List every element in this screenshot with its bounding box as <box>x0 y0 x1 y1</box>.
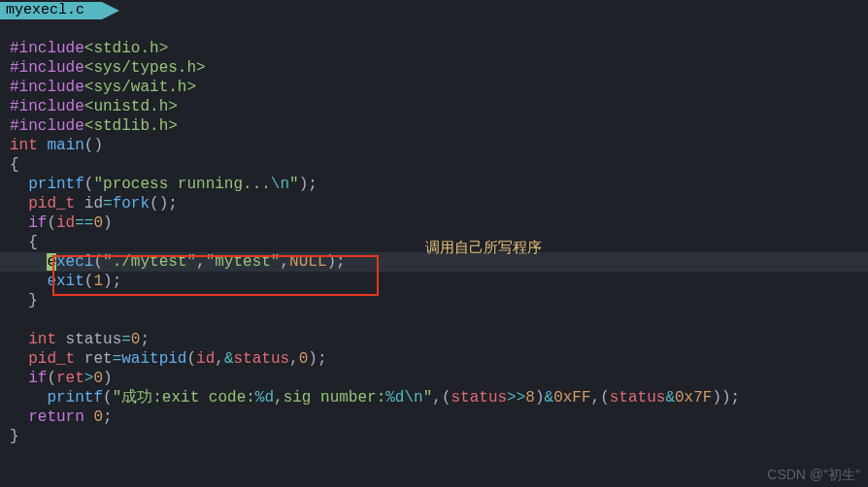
semicolon: ; <box>168 195 178 212</box>
num-zero: 0 <box>299 350 309 368</box>
var-id: id <box>75 195 103 212</box>
num-hexff: 0xFF <box>553 389 590 406</box>
kw-include: #include <box>10 59 84 77</box>
brace: } <box>10 428 19 445</box>
fmt: %d <box>255 389 274 406</box>
fn-fork: fork <box>113 195 150 212</box>
paren: ( <box>600 389 610 406</box>
op-gt: > <box>84 370 94 387</box>
comma: , <box>215 350 224 368</box>
kw-pidt: pid_t <box>28 350 75 368</box>
kw-null: NULL <box>289 253 326 271</box>
file-tab[interactable]: myexecl.c <box>0 2 102 19</box>
fn-execl: xecl <box>56 253 93 271</box>
str: " <box>289 176 299 193</box>
comma: , <box>591 389 601 406</box>
kw-pidt: pid_t <box>28 195 75 212</box>
var-id: id <box>196 350 215 368</box>
file-tab-label: myexecl.c <box>6 2 84 18</box>
paren: ( <box>442 389 451 406</box>
header-systypes: <sys/types.h> <box>84 59 206 77</box>
comma: , <box>289 350 299 368</box>
kw-include: #include <box>10 79 84 96</box>
paren: ( <box>103 389 113 406</box>
str: "./mytest" <box>103 253 196 271</box>
var-status: status <box>610 389 666 406</box>
watermark-text: CSDN @"初生" <box>767 467 860 484</box>
kw-if: if <box>28 214 47 232</box>
op-assign: = <box>121 331 131 348</box>
brace: } <box>28 292 38 309</box>
semicolon: ; <box>113 273 122 290</box>
var-status: status <box>233 350 289 368</box>
fn-printf: printf <box>47 389 103 406</box>
var-id: id <box>56 214 75 232</box>
escape: \n <box>271 176 289 193</box>
kw-include: #include <box>10 40 84 57</box>
fn-printf: printf <box>28 176 84 193</box>
var-ret: ret <box>75 350 112 368</box>
semicolon: ; <box>308 176 317 193</box>
kw-include: #include <box>10 117 84 135</box>
var-status: status <box>56 331 121 348</box>
paren: ( <box>93 253 103 271</box>
fn-main: main <box>47 137 83 154</box>
var-status: status <box>451 389 508 406</box>
num-zero: 0 <box>131 331 141 348</box>
paren: ( <box>186 350 196 368</box>
header-syswait: <sys/wait.h> <box>84 79 196 96</box>
paren: ) <box>299 176 309 193</box>
str: "mytest" <box>206 253 281 271</box>
kw-include: #include <box>10 98 84 115</box>
str: ,sig number: <box>274 389 385 406</box>
fn-waitpid: waitpid <box>121 350 186 368</box>
op-assign: = <box>113 350 122 368</box>
paren: ) <box>103 273 113 290</box>
header-unistd: <unistd.h> <box>84 98 178 115</box>
comma: , <box>432 389 442 406</box>
paren: ( <box>84 176 94 193</box>
cursor: e <box>47 253 56 271</box>
num-one: 1 <box>93 273 103 290</box>
paren: ( <box>47 214 56 232</box>
op-eqeq: == <box>75 214 93 232</box>
op-amp: & <box>545 389 554 406</box>
paren: ) <box>721 389 731 406</box>
kw-int: int <box>28 331 56 348</box>
brace: { <box>10 156 19 174</box>
paren: ) <box>535 389 545 406</box>
num-zero: 0 <box>93 370 103 387</box>
semicolon: ; <box>140 331 150 348</box>
comma: , <box>280 253 289 271</box>
paren: ) <box>103 214 113 232</box>
fn-exit: exit <box>47 273 83 290</box>
paren: ( <box>150 195 159 212</box>
semicolon: ; <box>317 350 327 368</box>
paren: ( <box>84 273 94 290</box>
paren: ) <box>159 195 169 212</box>
op-amp: & <box>665 389 675 406</box>
num-hex7f: 0x7F <box>675 389 712 406</box>
str: "process running... <box>93 176 270 193</box>
escape: \n <box>404 389 422 406</box>
paren: ) <box>712 389 721 406</box>
num-zero: 0 <box>93 214 103 232</box>
header-stdio: <stdio.h> <box>84 40 168 57</box>
var-ret: ret <box>56 370 84 387</box>
semicolon: ; <box>103 408 113 426</box>
num-zero: 0 <box>93 408 103 426</box>
annotation-text: 调用自己所写程序 <box>425 239 542 257</box>
semicolon: ; <box>336 253 346 271</box>
paren: ) <box>93 137 103 154</box>
fmt: %d <box>385 389 404 406</box>
paren: ) <box>103 370 113 387</box>
paren: ( <box>47 370 56 387</box>
header-stdlib: <stdlib.h> <box>84 117 178 135</box>
comma: , <box>196 253 206 271</box>
kw-int: int <box>10 137 38 154</box>
op-assign: = <box>103 195 113 212</box>
paren: ( <box>84 137 94 154</box>
op-rshift: >> <box>507 389 525 406</box>
num-eight: 8 <box>525 389 535 406</box>
brace: { <box>28 234 38 251</box>
